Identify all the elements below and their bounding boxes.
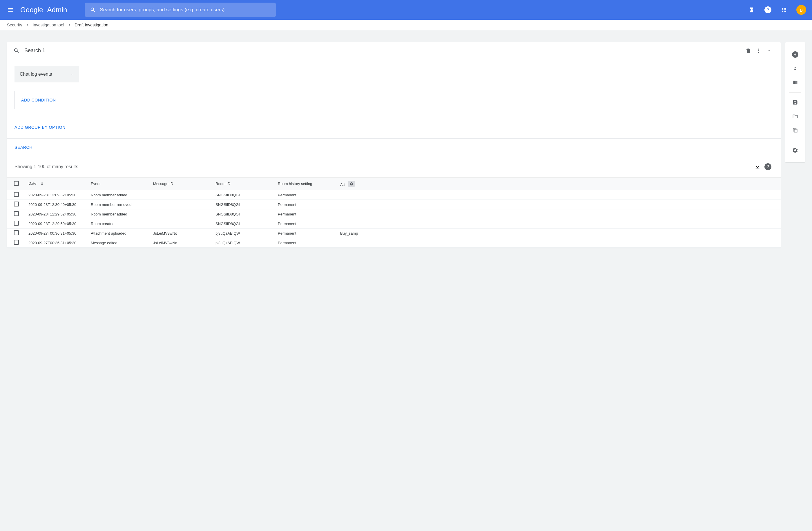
cell-message-id: JsLeiMV3wNo	[150, 238, 213, 248]
search-action-section: SEARCH	[7, 139, 781, 156]
cell-message-id	[150, 219, 213, 229]
search-title: Search 1	[24, 47, 45, 54]
select-all-checkbox[interactable]	[14, 181, 19, 186]
results-summary-bar: Showing 1-100 of many results ?	[7, 156, 781, 177]
search-card: Search 1 Chat log events ADD CONDITION	[7, 42, 781, 248]
chevron-right-icon	[25, 23, 30, 27]
more-vert-icon	[756, 48, 762, 54]
query-section: Chat log events ADD CONDITION	[7, 59, 781, 116]
clear-all-button[interactable]	[789, 76, 801, 88]
search-input[interactable]	[100, 7, 271, 13]
gear-icon	[792, 147, 798, 154]
results-summary: Showing 1-100 of many results	[14, 164, 78, 169]
table-row[interactable]: 2020-09-28T12:30:40+05:30Room member rem…	[7, 200, 781, 210]
open-button[interactable]	[789, 111, 801, 122]
col-att[interactable]: Att	[337, 177, 781, 190]
col-date[interactable]: Date	[26, 177, 88, 190]
account-avatar[interactable]: B	[796, 5, 806, 15]
hamburger-icon	[7, 6, 14, 13]
download-icon	[754, 163, 761, 170]
cell-date: 2020-09-28T12:30:40+05:30	[26, 200, 88, 210]
results-help-button[interactable]: ?	[763, 161, 773, 172]
cell-room-id: pj3uQzAEIQW	[213, 229, 275, 238]
breadcrumb-investigation-tool[interactable]: Investigation tool	[32, 23, 64, 27]
col-room-id[interactable]: Room ID	[213, 177, 275, 190]
cell-event: Room member added	[88, 210, 150, 219]
cell-room-id: SNGSiID8QGI	[213, 210, 275, 219]
col-history[interactable]: Room history setting	[275, 177, 337, 190]
header-actions: ? B	[748, 5, 806, 15]
row-checkbox[interactable]	[14, 211, 19, 216]
double-chevron-up-icon	[792, 66, 798, 71]
apps-icon	[781, 7, 787, 13]
search-button[interactable]: SEARCH	[14, 145, 32, 150]
breadcrumb-security[interactable]: Security	[7, 23, 22, 27]
cell-date: 2020-09-27T00:36:31+05:30	[26, 238, 88, 248]
add-condition-button[interactable]: ADD CONDITION	[21, 98, 56, 102]
cell-att: Buy_samp	[337, 229, 781, 238]
gear-icon	[349, 182, 353, 186]
trash-icon	[745, 48, 751, 54]
settings-button[interactable]	[789, 144, 801, 156]
cell-room-id: pj3uQzAEIQW	[213, 238, 275, 248]
app-header: Google Admin ? B	[0, 0, 812, 20]
table-row[interactable]: 2020-09-27T00:36:31+05:30Attachment uplo…	[7, 229, 781, 238]
row-checkbox[interactable]	[14, 240, 19, 245]
table-row[interactable]: 2020-09-28T12:29:52+05:30Room member add…	[7, 210, 781, 219]
cell-date: 2020-09-28T12:29:50+05:30	[26, 219, 88, 229]
cell-event: Attachment uploaded	[88, 229, 150, 238]
tasks-icon[interactable]	[748, 6, 756, 14]
avatar-initial: B	[800, 8, 803, 13]
add-group-by-button[interactable]: ADD GROUP BY OPTION	[14, 125, 66, 130]
cell-event: Room member added	[88, 190, 150, 200]
table-row[interactable]: 2020-09-27T00:36:31+05:30Message editedJ…	[7, 238, 781, 248]
cell-message-id	[150, 190, 213, 200]
search-icon	[13, 47, 20, 54]
data-source-select[interactable]: Chat log events	[14, 66, 79, 82]
side-panel: +	[785, 42, 805, 162]
cell-event: Message edited	[88, 238, 150, 248]
help-button[interactable]: ?	[764, 6, 772, 14]
export-button[interactable]	[752, 161, 763, 172]
table-row[interactable]: 2020-09-28T12:29:50+05:30Room createdSNG…	[7, 219, 781, 229]
col-message-id[interactable]: Message ID	[150, 177, 213, 190]
col-event[interactable]: Event	[88, 177, 150, 190]
data-source-value: Chat log events	[20, 72, 52, 77]
row-checkbox[interactable]	[14, 192, 19, 197]
cell-history: Permanent	[275, 238, 337, 248]
more-button[interactable]	[753, 45, 764, 56]
svg-point-1	[758, 50, 759, 51]
help-icon: ?	[765, 6, 771, 13]
condition-container: ADD CONDITION	[14, 91, 773, 109]
search-card-header: Search 1	[7, 42, 781, 59]
cell-date: 2020-09-28T12:29:52+05:30	[26, 210, 88, 219]
table-row[interactable]: 2020-09-28T13:09:32+05:30Room member add…	[7, 190, 781, 200]
delete-button[interactable]	[743, 45, 753, 56]
cell-date: 2020-09-28T13:09:32+05:30	[26, 190, 88, 200]
row-checkbox[interactable]	[14, 221, 19, 226]
breadcrumb-current: Draft investigation	[74, 23, 108, 27]
add-search-button[interactable]: +	[789, 49, 801, 60]
copy-icon	[792, 127, 798, 133]
svg-point-0	[758, 48, 759, 49]
column-settings-button[interactable]	[348, 181, 355, 187]
save-button[interactable]	[789, 97, 801, 108]
clear-list-icon	[792, 80, 798, 85]
row-checkbox[interactable]	[14, 230, 19, 235]
cell-history: Permanent	[275, 219, 337, 229]
global-search[interactable]	[85, 3, 276, 17]
group-by-section: ADD GROUP BY OPTION	[7, 116, 781, 139]
save-icon	[792, 99, 798, 105]
collapse-all-button[interactable]	[789, 63, 801, 74]
menu-button[interactable]	[6, 5, 15, 14]
copy-button[interactable]	[789, 125, 801, 136]
collapse-button[interactable]	[764, 45, 774, 56]
cell-room-id: SNGSiID8QGI	[213, 219, 275, 229]
row-checkbox[interactable]	[14, 202, 19, 206]
cell-att	[337, 238, 781, 248]
apps-button[interactable]	[780, 6, 788, 14]
cell-history: Permanent	[275, 190, 337, 200]
logo: Google Admin	[20, 6, 67, 14]
cell-att	[337, 210, 781, 219]
cell-room-id: SNGSiID8QGI	[213, 200, 275, 210]
